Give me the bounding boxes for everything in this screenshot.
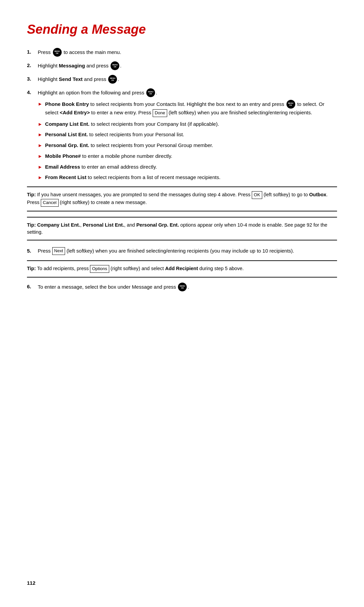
bullet-arrow-4: ► bbox=[38, 142, 42, 149]
bullet-phone-book-content: Phone Book Entry to select recipients fr… bbox=[45, 100, 337, 117]
bullet-email: ► Email Address to enter an email addres… bbox=[38, 163, 337, 171]
next-key: Next bbox=[52, 247, 65, 255]
step-2-content: Highlight Messaging and press MENU OK. bbox=[38, 62, 337, 70]
page-number: 112 bbox=[27, 579, 35, 587]
bullet-personal-list-content: Personal List Ent. to select recipients … bbox=[45, 131, 337, 138]
bullet-arrow-2: ► bbox=[38, 121, 42, 127]
step-5-content: Press Next (left softkey) when you are f… bbox=[38, 247, 337, 255]
step-4: 4. Highlight an option from the followin… bbox=[27, 89, 337, 97]
bullet-arrow-6: ► bbox=[38, 164, 42, 170]
tip-box-3: Tip: To add recipients, press Options (r… bbox=[27, 260, 337, 278]
bullet-company-list: ► Company List Ent. to select recipients… bbox=[38, 120, 337, 128]
menu-ok-icon-6: MENU OK bbox=[178, 283, 187, 291]
step-2-number: 2. bbox=[27, 62, 38, 69]
bullet-personal-list: ► Personal List Ent. to select recipient… bbox=[38, 131, 337, 138]
step-1: 1. Press MENU OK to access the main menu… bbox=[27, 48, 337, 57]
step-3: 3. Highlight Send Text and press MENU OK… bbox=[27, 75, 337, 84]
step-6-content: To enter a message, select the box under… bbox=[38, 283, 337, 292]
bullet-mobile-phone: ► Mobile Phone# to enter a mobile phone … bbox=[38, 152, 337, 160]
menu-ok-icon-1: MENU OK bbox=[53, 48, 62, 57]
bullet-arrow-7: ► bbox=[38, 174, 42, 181]
step-3-content: Highlight Send Text and press MENU OK. bbox=[38, 75, 337, 84]
step-5-number: 5. bbox=[27, 247, 38, 255]
page-title: Sending a Message bbox=[27, 20, 337, 39]
bullet-arrow-1: ► bbox=[38, 100, 42, 107]
tip-box-2: Tip: Company List Ent., Personal List En… bbox=[27, 217, 337, 240]
step-3-number: 3. bbox=[27, 75, 38, 83]
tip-box-1: Tip: If you have unsent messages, you ar… bbox=[27, 186, 337, 211]
step-1-content: Press MENU OK to access the main menu. bbox=[38, 48, 337, 57]
tip-1-text: Tip: If you have unsent messages, you ar… bbox=[27, 191, 337, 207]
step-2: 2. Highlight Messaging and press MENU OK… bbox=[27, 62, 337, 70]
step-6-number: 6. bbox=[27, 283, 38, 290]
bullet-company-list-content: Company List Ent. to select recipients f… bbox=[45, 120, 337, 128]
menu-ok-icon-4: MENU OK bbox=[146, 88, 155, 97]
step-5: 5. Press Next (left softkey) when you ar… bbox=[27, 246, 337, 255]
menu-ok-icon-5: MENU OK bbox=[286, 100, 295, 109]
bullet-mobile-phone-content: Mobile Phone# to enter a mobile phone nu… bbox=[45, 152, 337, 160]
step-4-content: Highlight an option from the following a… bbox=[38, 89, 337, 97]
ok-key: OK bbox=[252, 191, 262, 199]
step-6: 6. To enter a message, select the box un… bbox=[27, 283, 337, 292]
bullet-list: ► Phone Book Entry to select recipients … bbox=[27, 100, 337, 181]
bullet-recent-list: ► From Recent List to select recipients … bbox=[38, 174, 337, 181]
step-1-number: 1. bbox=[27, 48, 38, 56]
bullet-arrow-5: ► bbox=[38, 153, 42, 160]
cancel-key: Cancel bbox=[41, 199, 58, 207]
bullet-personal-grp: ► Personal Grp. Ent. to select recipient… bbox=[38, 142, 337, 149]
menu-ok-icon-3: MENU OK bbox=[108, 75, 117, 84]
bullet-phone-book: ► Phone Book Entry to select recipients … bbox=[38, 100, 337, 117]
bullet-personal-grp-content: Personal Grp. Ent. to select recipients … bbox=[45, 142, 337, 149]
tip-3-text: Tip: To add recipients, press Options (r… bbox=[27, 265, 337, 273]
bullet-arrow-3: ► bbox=[38, 131, 42, 138]
step-4-number: 4. bbox=[27, 89, 38, 96]
bullet-email-content: Email Address to enter an email address … bbox=[45, 163, 337, 171]
bullet-recent-list-content: From Recent List to select recipients fr… bbox=[45, 174, 337, 181]
options-key: Options bbox=[90, 265, 109, 273]
menu-ok-icon-2: MENU OK bbox=[111, 61, 119, 70]
done-key: Done bbox=[153, 109, 167, 117]
tip-2-text: Tip: Company List Ent., Personal List En… bbox=[27, 222, 337, 236]
